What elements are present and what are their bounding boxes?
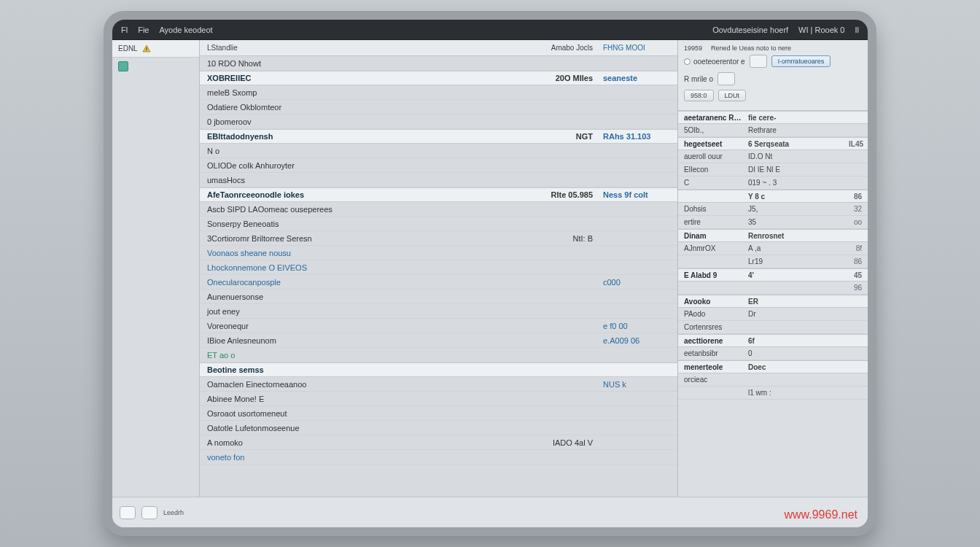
list-row[interactable]: Onecularocanposplec000 <box>200 275 677 290</box>
radio-icon <box>684 58 691 65</box>
list-row[interactable]: jout eney <box>200 304 677 319</box>
inspector-row[interactable]: ElIeconDI IE Nl E <box>678 163 868 176</box>
row-name: Aunenuersonse <box>200 292 517 301</box>
list-row[interactable]: Oamaclen EinectorneaanooNUS k <box>200 377 677 392</box>
inspector-row[interactable]: DohsisJ5,32 <box>678 203 868 216</box>
inspector-row-label: PAodo <box>678 310 744 318</box>
list-row[interactable]: Lhockonnemone O EIVEOS <box>200 260 677 275</box>
warning-icon <box>142 44 151 53</box>
title-bar: Fl Fie Ayode keodeot Oovduteseisine hoer… <box>112 20 868 40</box>
list-section-header[interactable]: Beotine semss <box>200 362 677 377</box>
list-section-header[interactable]: AfeTaonrceeonodle iokesRIte 05.985Ness 9… <box>200 187 677 202</box>
list-row[interactable]: umasHocs <box>200 173 677 187</box>
list-header: LStandlie Amabo Jocls FHNG MOOI <box>200 40 677 56</box>
inspector-chip-1[interactable] <box>750 55 767 68</box>
inspector-row-value: DI IE Nl E <box>744 166 849 174</box>
gutter-icon-row[interactable] <box>112 58 199 75</box>
inspector-row[interactable]: orcieac <box>678 373 868 387</box>
inspector-section-header: aeetaranenc ROFnfie cere- <box>678 111 868 124</box>
col-a[interactable]: Amabo Jocls <box>517 44 597 52</box>
row-name: Ascb SIPD LAOomeac ouseperees <box>200 205 517 214</box>
row-col-a: NtI: B <box>517 234 597 243</box>
list-row[interactable]: Aunenuersonse <box>200 290 677 304</box>
inspector-row[interactable]: PAodoDr <box>678 308 868 321</box>
menu-item-2[interactable]: Fie <box>138 26 149 34</box>
inspector-btn-2[interactable]: LDUt <box>718 90 747 101</box>
status-btn-2[interactable] <box>141 506 158 519</box>
inspector-row-value: 4' <box>744 271 849 279</box>
inspector-row[interactable]: ertire35oo <box>678 216 868 229</box>
list-section-header[interactable]: XOBREIIEC20O MIIesseaneste <box>200 71 677 85</box>
list-row[interactable]: Sonserpy Beneoatis <box>200 217 677 231</box>
col-b[interactable]: FHNG MOOI <box>597 44 677 52</box>
list-row[interactable]: IBioe Anlesneunome.A009 06 <box>200 333 677 348</box>
list-row[interactable]: 10 RDO Nhowt <box>200 56 677 71</box>
list-row[interactable]: Abinee Mone! E <box>200 392 677 406</box>
menu-item-3[interactable]: Ayode keodeot <box>159 26 212 34</box>
inspector-row-right: 96 <box>849 284 868 292</box>
row-name: umasHocs <box>200 176 517 185</box>
module-icon <box>118 61 128 71</box>
inspector-row-label: orcieac <box>678 376 744 384</box>
inspector-row-value: 019 ~ . 3 <box>744 179 849 187</box>
radio-label: ooeteoerentor e <box>693 58 745 66</box>
row-name: AfeTaonrceeonodle iokes <box>200 190 517 199</box>
inspector-row-value: ID.O Nt <box>744 152 849 160</box>
list-row[interactable]: voneto fon <box>200 450 677 465</box>
col-name[interactable]: LStandlie <box>200 44 517 52</box>
list-row[interactable]: A nomokoIADO 4al V <box>200 435 677 450</box>
row-col-b: NUS k <box>597 380 677 389</box>
inspector-row-value: Dr <box>744 310 849 318</box>
row-name: voneto fon <box>200 453 517 462</box>
list-section-header[interactable]: EBlttadodnyenshNGTRAhs 31.103 <box>200 129 677 144</box>
inspector-radio[interactable]: ooeteoerentor e <box>684 58 745 66</box>
inspector-row[interactable]: 96 <box>678 282 868 295</box>
row-name: Abinee Mone! E <box>200 395 517 403</box>
inspector-row[interactable]: Lr1986 <box>678 255 868 268</box>
inspector-title-1: 19959 <box>684 44 702 52</box>
inspector-row-label: eetanbsibr <box>678 349 744 357</box>
inspector-row[interactable]: C019 ~ . 3 <box>678 176 868 190</box>
list-row[interactable]: ET ao o <box>200 348 677 362</box>
status-label: Leedrh <box>163 509 184 516</box>
row-name: Odatiere Okblomteor <box>200 103 517 112</box>
row-name: jout eney <box>200 307 517 316</box>
inspector-btn-primary[interactable]: I·omrratueoares <box>771 55 831 67</box>
list-row[interactable]: 0 jbomeroov <box>200 115 677 129</box>
inspector-btn-1[interactable]: 958:0 <box>684 90 714 101</box>
list-row[interactable]: Oatotle Lufetonmoseenue <box>200 421 677 435</box>
status-btn-1[interactable] <box>120 506 136 519</box>
main-panel: LStandlie Amabo Jocls FHNG MOOI 10 RDO N… <box>200 40 678 497</box>
inspector-row-label: aeetaranenc ROFn <box>678 114 744 122</box>
list-row[interactable]: Odatiere Okblomteor <box>200 100 677 115</box>
inspector-row[interactable]: AJnmrOXA ,a8f <box>678 242 868 255</box>
list-row[interactable]: OLIODe coIk Anhuroyter <box>200 158 677 173</box>
inspector-row[interactable]: l1 wm : <box>678 387 868 400</box>
main-list[interactable]: 10 RDO NhowtXOBREIIEC20O MIIesseanesteme… <box>200 56 677 497</box>
inspector-body[interactable]: aeetaranenc ROFnfie cere-5OIb.,Rethrareh… <box>678 111 868 497</box>
inspector-row[interactable]: 5OIb.,Rethrare <box>678 124 868 137</box>
row-name: Beotine semss <box>200 365 517 374</box>
gutter-tab-1[interactable]: EDNL <box>112 40 199 58</box>
row-name: IBioe Anlesneunom <box>200 336 517 345</box>
inspector-row-right: 32 <box>849 205 868 213</box>
inspector-section-header: DinamRenrosnet <box>678 229 868 242</box>
list-row[interactable]: 3Cortioromr Briltorree SeresnNtI: B <box>200 231 677 246</box>
list-row[interactable]: N o <box>200 144 677 158</box>
title-right-1: Oovduteseisine hoerf <box>712 26 788 34</box>
menu-item-1[interactable]: Fl <box>121 26 128 34</box>
inspector-row[interactable]: aueroll ouurID.O Nt <box>678 150 868 163</box>
inspector-row-label: C <box>678 179 744 187</box>
inspector-row[interactable]: Cortenrsres <box>678 321 868 334</box>
list-row[interactable]: Voreonequre f0 00 <box>200 319 677 333</box>
inspector-row-value: A ,a <box>744 244 849 252</box>
list-row[interactable]: Ascb SIPD LAOomeac ouseperees <box>200 202 677 217</box>
list-row[interactable]: Osroaot usortomeneut <box>200 406 677 421</box>
row-name: EBlttadodnyensh <box>200 132 517 141</box>
list-row[interactable]: Voonaos sheane nousu <box>200 246 677 260</box>
list-row[interactable]: meleB Sxomp <box>200 85 677 100</box>
inspector-chip-2[interactable] <box>718 72 735 85</box>
row-name: N o <box>200 147 517 155</box>
screen-bezel: Fl Fie Ayode keodeot Oovduteseisine hoer… <box>104 11 876 536</box>
inspector-row[interactable]: eetanbsibr0 <box>678 347 868 360</box>
